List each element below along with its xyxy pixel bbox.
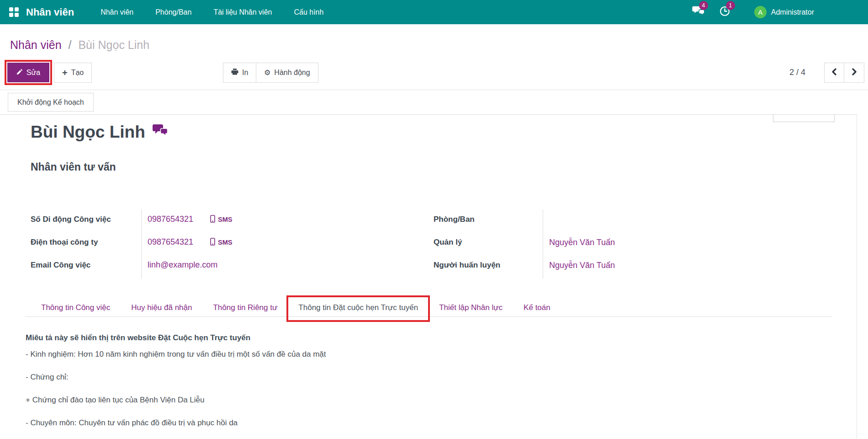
launch-plan-button[interactable]: Khởi động Kế hoạch: [8, 93, 94, 112]
coach-link[interactable]: Nguyễn Văn Tuấn: [549, 261, 615, 270]
description-intro: Miêu tả này sẽ hiển thị trên website Đặt…: [26, 332, 711, 344]
annotation-highlight-edit-button: Sửa: [5, 60, 52, 85]
app-window: Nhân viên Nhân viên Phòng/Ban Tài liệu N…: [0, 0, 868, 439]
field-label-manager: Quản lý: [434, 238, 462, 247]
edit-button[interactable]: Sửa: [7, 63, 49, 82]
tab-online-appointment-info[interactable]: Thông tin Đặt cuộc hẹn Trực tuyến: [288, 298, 429, 317]
description-line: - Kinh nghiệm: Hơn 10 năm kinh nghiệm tr…: [26, 348, 711, 360]
field-separator-left: [141, 209, 142, 279]
employee-name: Bùi Ngọc Linh: [31, 123, 145, 142]
job-title: Nhân viên tư vấn: [31, 161, 116, 173]
breadcrumb: Nhân viên / Bùi Ngọc Linh: [10, 38, 149, 52]
app-name[interactable]: Nhân viên: [26, 6, 74, 18]
online-appointment-description: Miêu tả này sẽ hiển thị trên website Đặt…: [26, 332, 711, 429]
menu-item-departments[interactable]: Phòng/Ban: [144, 0, 202, 24]
mobile-phone-icon: [210, 215, 215, 224]
work-phone-link[interactable]: 0987654321: [148, 237, 193, 247]
breadcrumb-parent-link[interactable]: Nhân viên: [10, 38, 62, 51]
pager: [824, 63, 864, 83]
sheet-right-border: [857, 114, 857, 439]
field-label-work-mobile: Số Di động Công việc: [31, 215, 111, 224]
plus-icon: +: [62, 68, 68, 77]
chevron-left-icon: [831, 68, 838, 77]
tab-hr-settings[interactable]: Thiết lập Nhân lực: [429, 298, 513, 317]
menu-item-employee-documents[interactable]: Tài liệu Nhân viên: [202, 0, 283, 24]
tab-received-badges[interactable]: Huy hiệu đã nhận: [121, 298, 202, 317]
action-button[interactable]: ⚙ Hành động: [256, 63, 318, 83]
main-menu: Nhân viên Phòng/Ban Tài liệu Nhân viên C…: [90, 0, 334, 24]
chevron-right-icon: [851, 68, 857, 77]
systray: 4 1 A Administrator: [692, 0, 814, 24]
chat-bubbles-icon: [153, 123, 168, 142]
print-button[interactable]: In: [223, 63, 256, 83]
menu-item-configuration[interactable]: Cấu hình: [283, 0, 334, 24]
top-navbar: Nhân viên Nhân viên Phòng/Ban Tài liệu N…: [0, 0, 868, 24]
activities-button[interactable]: 1: [719, 5, 730, 19]
pager-next-button[interactable]: [844, 63, 864, 83]
printer-icon: [231, 68, 238, 77]
messages-badge: 4: [699, 1, 708, 10]
avatar: A: [754, 6, 767, 18]
description-line: - Chuyên môn: Chuyên tư vấn phác đồ điều…: [26, 417, 711, 429]
breadcrumb-current: Bùi Ngọc Linh: [78, 38, 149, 51]
field-separator-right: [543, 209, 543, 279]
user-name: Administrator: [771, 8, 814, 16]
pager-count: 2 / 4: [789, 68, 805, 77]
control-panel-divider: [0, 90, 868, 90]
field-label-work-email: Email Công việc: [31, 261, 90, 270]
tab-work-information[interactable]: Thông tin Công việc: [31, 298, 121, 317]
employee-name-heading: Bùi Ngọc Linh: [31, 123, 168, 142]
description-line: - Chứng chỉ:: [26, 371, 711, 383]
mobile-phone-icon: [210, 238, 215, 247]
description-line: + Chứng chỉ đào tạo liên tục của Bệnh Vi…: [26, 394, 711, 406]
notebook-tabs: Thông tin Công việc Huy hiệu đã nhận Thô…: [25, 298, 831, 317]
pencil-icon: [16, 69, 23, 77]
create-button[interactable]: + Tạo: [54, 63, 92, 83]
messages-button[interactable]: 4: [692, 5, 705, 19]
field-label-department: Phòng/Ban: [434, 215, 475, 224]
sms-button-phone[interactable]: SMS: [210, 238, 232, 247]
manager-link[interactable]: Nguyễn Văn Tuấn: [549, 238, 615, 247]
breadcrumb-separator: /: [69, 38, 72, 51]
work-mobile-link[interactable]: 0987654321: [148, 214, 193, 224]
gear-icon: ⚙: [264, 69, 270, 76]
work-email-link[interactable]: linh@example.com: [148, 260, 217, 270]
activities-badge: 1: [726, 1, 735, 10]
truncated-widget-box: [773, 115, 835, 122]
sheet-top-border: [0, 114, 857, 115]
apps-menu-icon[interactable]: [9, 7, 19, 17]
field-label-work-phone: Điện thoại công ty: [31, 238, 98, 247]
tab-accounting[interactable]: Kế toán: [513, 298, 561, 317]
user-menu[interactable]: A Administrator: [754, 6, 814, 18]
menu-item-employees[interactable]: Nhân viên: [90, 0, 144, 24]
pager-previous-button[interactable]: [824, 63, 844, 83]
sms-button-mobile[interactable]: SMS: [210, 215, 232, 224]
field-label-coach: Người huấn luyện: [434, 261, 500, 270]
tab-private-information[interactable]: Thông tin Riêng tư: [202, 298, 288, 317]
